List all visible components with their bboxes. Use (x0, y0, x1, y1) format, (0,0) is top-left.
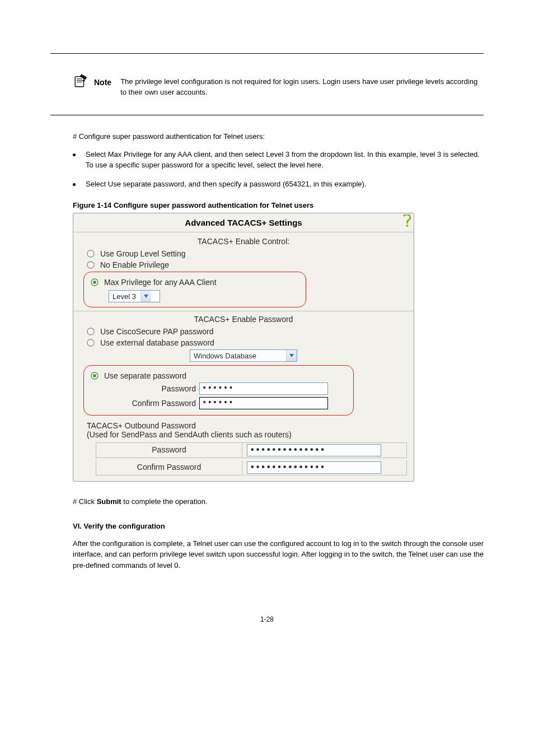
note-icon (73, 73, 88, 89)
radio-max-privilege-label: Max Privilege for any AAA Client (104, 278, 217, 287)
radio-group-level-label: Use Group Level Setting (100, 249, 186, 258)
radio-no-enable[interactable] (87, 261, 95, 269)
svg-rect-0 (75, 77, 83, 87)
password-label: Password (106, 384, 199, 393)
callout-separate-password: Use separate password Password •••••• Co… (83, 365, 354, 416)
svg-point-5 (87, 250, 94, 257)
help-icon[interactable] (402, 214, 411, 227)
db-select-value: Windows Database (190, 352, 286, 360)
radio-no-enable-label: No Enable Privilege (100, 260, 169, 269)
enable-password-title: TACACS+ Enable Password (80, 315, 407, 324)
bullet-item-2: Select Use separate password, and then s… (86, 179, 367, 190)
note-label: Note (94, 78, 111, 87)
svg-point-9 (87, 328, 94, 335)
level-select[interactable]: Level 3 (109, 290, 160, 302)
outbound-password-input[interactable]: •••••••••••••• (247, 444, 381, 456)
figure-caption: Figure 1-14 Configure super password aut… (73, 201, 484, 209)
outbound-title: TACACS+ Outbound Password (87, 421, 407, 430)
step-heading: # Configure super password authenticatio… (73, 132, 484, 141)
verify-heading: VI. Verify the configuration (73, 522, 484, 530)
level-select-value: Level 3 (109, 292, 140, 301)
confirm-password-input[interactable]: •••••• (199, 397, 328, 409)
radio-external-db[interactable] (87, 339, 95, 347)
enable-control-title: TACACS+ Enable Control: (80, 237, 407, 246)
verify-text: After the configuration is complete, a T… (73, 538, 484, 571)
outbound-confirm-password-input[interactable]: •••••••••••••• (247, 461, 381, 474)
bullet-item-1: Select Max Privilege for any AAA client,… (86, 150, 484, 171)
radio-external-db-label: Use external database password (100, 338, 214, 347)
outbound-subtitle: (Used for SendPass and SendAuth clients … (87, 430, 407, 439)
bullet-icon (73, 153, 76, 156)
radio-pap-password[interactable] (87, 328, 95, 335)
db-select[interactable]: Windows Database (190, 349, 297, 362)
svg-point-6 (87, 262, 94, 268)
closing-p1-prefix: # Click (73, 497, 97, 506)
bullet-icon (73, 183, 76, 186)
radio-max-privilege[interactable] (91, 278, 99, 286)
page-number: 1-28 (50, 615, 484, 623)
chevron-down-icon (140, 291, 151, 302)
chevron-down-icon (286, 350, 297, 361)
panel-title: Advanced TACACS+ Settings (185, 218, 302, 227)
confirm-password-label: Confirm Password (106, 399, 199, 408)
callout-max-privilege: Max Privilege for any AAA Client Level 3 (83, 272, 306, 307)
radio-separate-password-label: Use separate password (104, 371, 186, 380)
svg-point-4 (406, 225, 409, 227)
outbound-password-label: Password (96, 443, 242, 458)
svg-point-12 (93, 374, 96, 377)
outbound-confirm-password-label: Confirm Password (96, 460, 242, 475)
note-text: The privilege level configuration is not… (120, 77, 484, 98)
svg-point-8 (93, 281, 96, 284)
submit-bold: Submit (97, 497, 121, 506)
radio-group-level[interactable] (87, 250, 95, 258)
radio-separate-password[interactable] (91, 372, 99, 380)
svg-point-10 (87, 339, 94, 346)
password-input[interactable]: •••••• (199, 382, 328, 395)
closing-p1-suffix: to complete the operation. (121, 497, 208, 506)
radio-pap-password-label: Use CiscoSecure PAP password (100, 327, 214, 336)
advanced-tacacs-settings-panel: Advanced TACACS+ Settings TACACS+ Enable… (73, 213, 414, 482)
